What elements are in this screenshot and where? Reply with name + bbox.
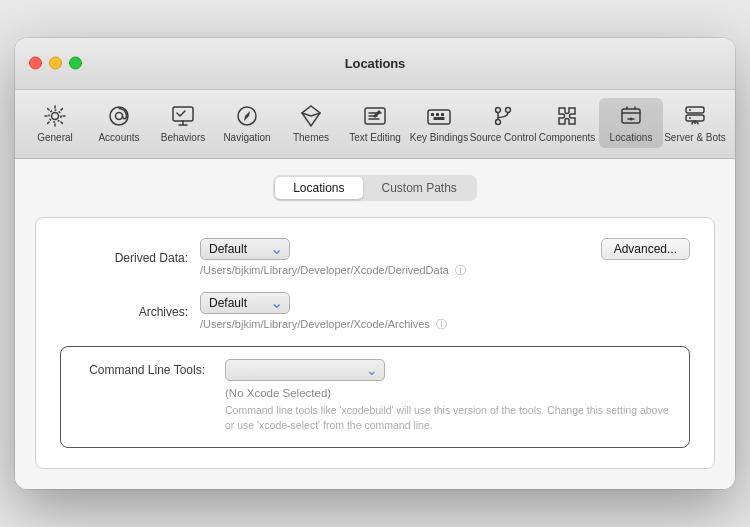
svg-point-0	[52, 112, 59, 119]
toolbar-label-general: General	[37, 132, 73, 143]
toolbar-label-locations: Locations	[610, 132, 653, 143]
location-icon	[617, 102, 645, 130]
derived-data-label: Derived Data:	[60, 251, 200, 265]
tab-group: Locations Custom Paths	[273, 175, 477, 201]
gear-icon	[41, 102, 69, 130]
toolbar-item-navigation[interactable]: Navigation	[215, 98, 279, 148]
tab-locations[interactable]: Locations	[275, 177, 362, 199]
archives-info-icon: ⓘ	[436, 318, 447, 330]
cmd-tools-label: Command Line Tools:	[77, 359, 217, 377]
content-area: Locations Custom Paths Derived Data: Def…	[15, 159, 735, 489]
toolbar-item-server-bots[interactable]: Server & Bots	[663, 98, 727, 148]
puzzle-icon	[553, 102, 581, 130]
server-icon	[681, 102, 709, 130]
svg-rect-19	[686, 115, 704, 121]
cmd-tools-select[interactable]: ⌄	[225, 359, 385, 381]
cmd-tools-content: ⌄ (No Xcode Selected) Command line tools…	[225, 359, 673, 433]
main-window: Locations General Accounts	[15, 38, 735, 489]
tab-bar: Locations Custom Paths	[35, 175, 715, 201]
toolbar-label-components: Components	[539, 132, 596, 143]
compass-icon	[233, 102, 261, 130]
toolbar-item-themes[interactable]: Themes	[279, 98, 343, 148]
toolbar-item-behaviors[interactable]: Behaviors	[151, 98, 215, 148]
svg-rect-11	[441, 113, 444, 116]
archives-label: Archives:	[60, 305, 200, 319]
archives-controls: Default ⌄ /Users/bjkim/Library/Developer…	[200, 292, 690, 332]
tab-custom-paths[interactable]: Custom Paths	[364, 177, 475, 199]
derived-data-select[interactable]: Default ⌄	[200, 238, 290, 260]
derived-data-controls: Default ⌄ Advanced... /Users/bjkim/Libra…	[200, 238, 690, 278]
svg-point-21	[689, 117, 691, 119]
at-icon	[105, 102, 133, 130]
toolbar-label-behaviors: Behaviors	[161, 132, 205, 143]
toolbar-label-navigation: Navigation	[223, 132, 270, 143]
traffic-lights	[29, 57, 82, 70]
svg-rect-9	[431, 113, 434, 116]
cmd-no-xcode: (No Xcode Selected)	[225, 387, 673, 399]
derived-data-value: Default	[209, 242, 270, 256]
close-button[interactable]	[29, 57, 42, 70]
svg-rect-10	[436, 113, 439, 116]
derived-data-top: Default ⌄ Advanced...	[200, 238, 690, 260]
titlebar: Locations	[15, 38, 735, 90]
toolbar-label-key-bindings: Key Bindings	[410, 132, 468, 143]
toolbar-item-general[interactable]: General	[23, 98, 87, 148]
toolbar-label-source-control: Source Control	[470, 132, 537, 143]
archives-path: /Users/bjkim/Library/Developer/Xcode/Arc…	[200, 317, 690, 332]
maximize-button[interactable]	[69, 57, 82, 70]
derived-data-chevron-icon: ⌄	[270, 241, 283, 257]
keyboard-icon	[425, 102, 453, 130]
toolbar-item-key-bindings[interactable]: Key Bindings	[407, 98, 471, 148]
toolbar-item-accounts[interactable]: Accounts	[87, 98, 151, 148]
window-title: Locations	[345, 56, 406, 71]
archives-row: Archives: Default ⌄ /Users/bjkim/Library…	[60, 292, 690, 332]
toolbar-item-components[interactable]: Components	[535, 98, 599, 148]
toolbar-label-server-bots: Server & Bots	[664, 132, 726, 143]
monitor-icon	[169, 102, 197, 130]
svg-rect-18	[686, 107, 704, 113]
advanced-button[interactable]: Advanced...	[601, 238, 690, 260]
svg-marker-6	[244, 111, 250, 121]
toolbar: General Accounts Behaviors	[15, 90, 735, 159]
svg-point-3	[116, 112, 123, 119]
minimize-button[interactable]	[49, 57, 62, 70]
derived-data-path: /Users/bjkim/Library/Developer/Xcode/Der…	[200, 263, 690, 278]
svg-rect-16	[622, 109, 640, 123]
toolbar-item-text-editing[interactable]: Text Editing	[343, 98, 407, 148]
text-editing-icon	[361, 102, 389, 130]
cmd-chevron-icon: ⌄	[366, 362, 378, 378]
toolbar-label-themes: Themes	[293, 132, 329, 143]
main-panel: Derived Data: Default ⌄ Advanced... /Use…	[35, 217, 715, 469]
archives-value: Default	[209, 296, 270, 310]
info-icon: ⓘ	[455, 264, 466, 276]
derived-data-row: Derived Data: Default ⌄ Advanced... /Use…	[60, 238, 690, 278]
toolbar-label-text-editing: Text Editing	[349, 132, 401, 143]
toolbar-label-accounts: Accounts	[98, 132, 139, 143]
archives-top: Default ⌄	[200, 292, 690, 314]
cmd-tools-row: Command Line Tools: ⌄ (No Xcode Selected…	[77, 359, 673, 433]
command-line-tools-section: Command Line Tools: ⌄ (No Xcode Selected…	[60, 346, 690, 448]
svg-point-20	[689, 109, 691, 111]
archives-select[interactable]: Default ⌄	[200, 292, 290, 314]
svg-point-2	[110, 107, 128, 125]
source-control-icon	[489, 102, 517, 130]
svg-point-22	[694, 122, 696, 124]
toolbar-item-locations[interactable]: Locations	[599, 98, 663, 148]
svg-rect-12	[434, 117, 445, 120]
cmd-description: Command line tools like 'xcodebuild' wil…	[225, 403, 673, 433]
toolbar-item-source-control[interactable]: Source Control	[471, 98, 535, 148]
diamond-icon	[297, 102, 325, 130]
archives-chevron-icon: ⌄	[270, 295, 283, 311]
